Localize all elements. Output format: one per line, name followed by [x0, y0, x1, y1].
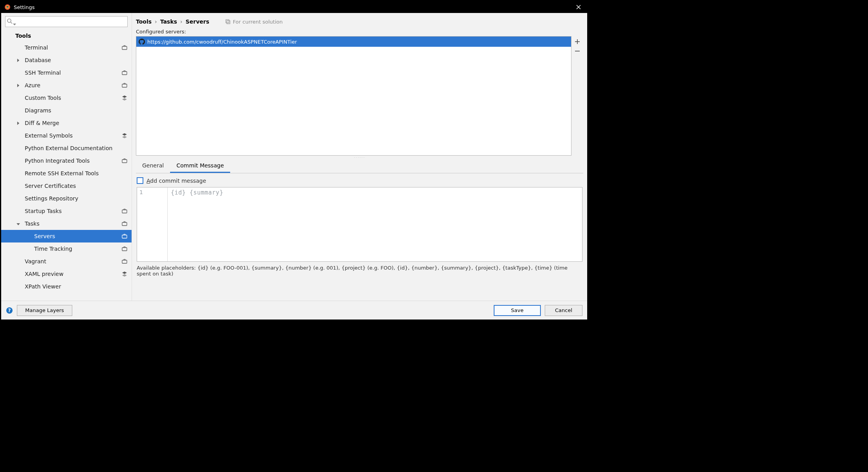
- tab-commit-message[interactable]: Commit Message: [170, 160, 230, 173]
- sidebar-item-xpath-viewer[interactable]: XPath Viewer: [1, 280, 132, 293]
- svg-marker-9: [17, 59, 19, 62]
- close-button[interactable]: [573, 4, 584, 11]
- configured-servers-label: Configured servers:: [136, 29, 583, 35]
- server-url: https://github.com/cwoodruff/ChinookASPN…: [147, 39, 297, 45]
- tab-general[interactable]: General: [136, 160, 170, 173]
- search-icon: [7, 18, 13, 24]
- svg-text:?: ?: [8, 308, 11, 313]
- sidebar-item-servers[interactable]: Servers: [1, 230, 132, 242]
- chevron-right-icon: [15, 120, 21, 126]
- briefcase-icon: [121, 208, 128, 214]
- main-panel: Tools › Tasks › Servers For current solu…: [132, 13, 587, 301]
- sidebar-item-diagrams[interactable]: Diagrams: [1, 104, 132, 117]
- sidebar-item-time-tracking[interactable]: Time Tracking: [1, 242, 132, 255]
- sidebar-item-label: Diff & Merge: [25, 120, 59, 126]
- checkbox-icon: [137, 177, 143, 184]
- sidebar-item-xaml-preview[interactable]: XAML preview: [1, 268, 132, 280]
- sidebar-item-label: Custom Tools: [25, 95, 61, 101]
- servers-toolbar: [571, 36, 583, 156]
- svg-line-7: [11, 22, 12, 24]
- sidebar-item-terminal[interactable]: Terminal: [1, 41, 132, 54]
- sidebar-item-python-external-documentation[interactable]: Python External Documentation: [1, 142, 132, 154]
- server-item[interactable]: https://github.com/cwoodruff/ChinookASPN…: [136, 37, 571, 47]
- svg-marker-12: [16, 223, 20, 225]
- sidebar-item-label: Time Tracking: [34, 246, 72, 252]
- breadcrumb-sep: ›: [180, 18, 183, 25]
- chevron-right-icon: [15, 57, 21, 63]
- sidebar-item-label: Azure: [25, 82, 40, 88]
- servers-list[interactable]: https://github.com/cwoodruff/ChinookASPN…: [136, 36, 571, 156]
- settings-window: RD Settings Tools T: [0, 0, 588, 321]
- layers-icon: [121, 132, 128, 139]
- sidebar: Tools TerminalDatabaseSSH TerminalAzureC…: [1, 13, 132, 301]
- sidebar-item-label: Diagrams: [25, 107, 51, 114]
- window-title: Settings: [14, 4, 35, 10]
- sidebar-item-azure[interactable]: Azure: [1, 79, 132, 92]
- sidebar-item-server-certificates[interactable]: Server Certificates: [1, 180, 132, 192]
- commit-message-editor[interactable]: 1 {id} {summary}: [137, 187, 582, 262]
- svg-rect-14: [227, 21, 230, 24]
- chevron-right-icon: [15, 82, 21, 88]
- gutter-line-number: 1: [139, 189, 164, 195]
- sidebar-item-diff-merge[interactable]: Diff & Merge: [1, 117, 132, 129]
- titlebar: RD Settings: [1, 1, 587, 13]
- scope-label: For current solution: [225, 19, 283, 25]
- briefcase-icon: [121, 258, 128, 264]
- editor-body[interactable]: {id} {summary}: [168, 187, 582, 261]
- sidebar-item-custom-tools[interactable]: Custom Tools: [1, 92, 132, 104]
- tabs: General Commit Message: [136, 160, 583, 173]
- sidebar-item-label: Python Integrated Tools: [25, 158, 90, 164]
- app-icon: RD: [4, 4, 11, 10]
- tree-section-tools[interactable]: Tools: [1, 30, 132, 41]
- sidebar-item-label: XPath Viewer: [25, 283, 61, 290]
- sidebar-item-label: Terminal: [25, 44, 48, 51]
- sidebar-item-label: Startup Tasks: [25, 208, 62, 214]
- remove-server-button[interactable]: [573, 46, 582, 56]
- copy-icon: [225, 19, 231, 24]
- add-commit-message-checkbox[interactable]: Add commit message: [137, 177, 582, 184]
- chevron-down-icon: [15, 220, 21, 227]
- sidebar-item-label: External Symbols: [25, 132, 73, 139]
- svg-marker-10: [17, 84, 19, 87]
- breadcrumb-tools[interactable]: Tools: [136, 18, 152, 25]
- briefcase-icon: [121, 246, 128, 252]
- save-button[interactable]: Save: [494, 305, 541, 316]
- sidebar-item-label: Servers: [34, 233, 55, 239]
- sidebar-item-label: Vagrant: [25, 258, 46, 264]
- sidebar-item-python-integrated-tools[interactable]: Python Integrated Tools: [1, 154, 132, 167]
- sidebar-item-vagrant[interactable]: Vagrant: [1, 255, 132, 268]
- settings-search-input[interactable]: [5, 16, 128, 27]
- layers-icon: [121, 95, 128, 101]
- svg-point-6: [7, 19, 11, 22]
- dialog-footer: ? Manage Layers Save Cancel: [1, 301, 587, 320]
- breadcrumb-sep: ›: [155, 18, 157, 25]
- settings-tree[interactable]: Tools TerminalDatabaseSSH TerminalAzureC…: [1, 30, 132, 301]
- breadcrumb-tasks[interactable]: Tasks: [160, 18, 177, 25]
- manage-layers-button[interactable]: Manage Layers: [17, 305, 72, 316]
- sidebar-item-remote-ssh-external-tools[interactable]: Remote SSH External Tools: [1, 167, 132, 180]
- add-server-button[interactable]: [573, 37, 582, 46]
- sidebar-item-label: Tasks: [25, 220, 40, 227]
- horizontal-splitter[interactable]: ······: [136, 156, 583, 160]
- briefcase-icon: [121, 44, 128, 51]
- sidebar-item-tasks[interactable]: Tasks: [1, 217, 132, 230]
- sidebar-item-external-symbols[interactable]: External Symbols: [1, 129, 132, 142]
- svg-text:RD: RD: [6, 7, 8, 8]
- editor-gutter: 1: [137, 187, 168, 261]
- checkbox-label: Add commit message: [146, 178, 206, 184]
- sidebar-item-label: Remote SSH External Tools: [25, 170, 99, 176]
- sidebar-item-label: Settings Repository: [25, 195, 78, 202]
- breadcrumb: Tools › Tasks › Servers For current solu…: [136, 16, 583, 27]
- svg-marker-8: [13, 24, 16, 26]
- sidebar-item-label: SSH Terminal: [25, 70, 61, 76]
- sidebar-item-database[interactable]: Database: [1, 54, 132, 66]
- cancel-button[interactable]: Cancel: [545, 305, 582, 316]
- sidebar-item-settings-repository[interactable]: Settings Repository: [1, 192, 132, 205]
- sidebar-item-ssh-terminal[interactable]: SSH Terminal: [1, 66, 132, 79]
- sidebar-item-startup-tasks[interactable]: Startup Tasks: [1, 205, 132, 217]
- briefcase-icon: [121, 82, 128, 88]
- briefcase-icon: [121, 70, 128, 76]
- help-icon[interactable]: ?: [6, 307, 13, 314]
- settings-search: [5, 16, 128, 27]
- sidebar-item-label: Server Certificates: [25, 183, 76, 189]
